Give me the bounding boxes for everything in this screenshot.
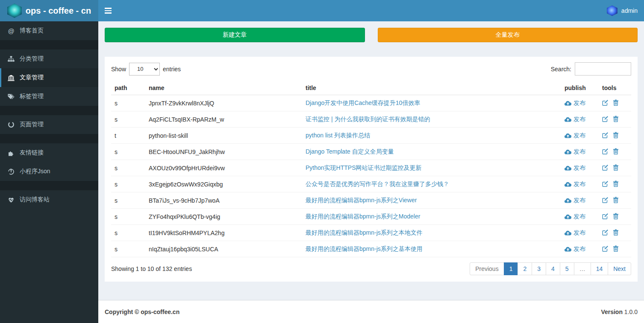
pagination-page-2[interactable]: 2 [518, 262, 532, 275]
publish-link[interactable]: 发布 [565, 116, 585, 123]
pagination-previous[interactable]: Previous [470, 262, 504, 275]
pagination-page-1[interactable]: 1 [504, 262, 518, 275]
sidebar-item-page-management[interactable]: 页面管理 [0, 115, 98, 134]
publish-link[interactable]: 发布 [565, 164, 585, 172]
publish-cell: 发布 [561, 192, 599, 209]
cloud-upload-icon [565, 133, 571, 138]
user-avatar [607, 6, 618, 16]
main-area: 新建文章 全量发布 Show 10 entries Search: [98, 0, 644, 323]
edit-button[interactable] [602, 180, 609, 187]
path-cell: s [111, 144, 145, 160]
publish-all-button[interactable]: 全量发布 [378, 28, 638, 42]
edit-button[interactable] [602, 116, 609, 122]
delete-button[interactable] [613, 180, 619, 187]
edit-button[interactable] [602, 164, 609, 171]
cloud-upload-icon [565, 149, 571, 154]
table-row: s BEC-HtooUNFU9_JakRhjhw Django Template… [111, 144, 631, 160]
edit-button[interactable] [602, 245, 609, 252]
article-title-link[interactable]: Python实现HTTPS网站证书过期监控及更新 [306, 164, 421, 171]
sidebar-item-article-management[interactable]: 文章管理 [0, 68, 98, 87]
search-input[interactable] [575, 62, 631, 76]
trash-icon [613, 116, 619, 122]
article-title-link[interactable]: 最好用的流程编辑器bpmn-js系列之Viewer [306, 197, 417, 204]
pagination-page-14[interactable]: 14 [591, 262, 609, 275]
delete-button[interactable] [613, 164, 619, 171]
delete-button[interactable] [613, 197, 619, 203]
article-title-link[interactable]: 证书监控 | 为什么我获取到的证书有效期是错的 [306, 116, 430, 122]
name-cell: Aq2FiCLTsqIBX-RpARzM_w [145, 111, 302, 128]
cloud-upload-icon [565, 166, 571, 171]
sidebar-item-blog-home[interactable]: @ 博客首页 [0, 21, 98, 40]
sidebar-item-friend-links[interactable]: 友情链接 [0, 143, 98, 162]
cloud-upload-icon [565, 117, 571, 122]
delete-button[interactable] [613, 245, 619, 252]
new-article-button[interactable]: 新建文章 [105, 28, 365, 42]
table-row: s 3xEgejp6zOswWx92Giqxbg 公众号是否是优秀的写作平台？我… [111, 176, 631, 192]
edit-button[interactable] [602, 99, 609, 106]
top-header: ops - coffee - cn admin [0, 0, 644, 21]
title-cell: Django开发中使用Cache缓存提升10倍效率 [302, 95, 561, 111]
publish-cell: 发布 [561, 128, 599, 144]
edit-button[interactable] [602, 213, 609, 219]
edit-button[interactable] [602, 132, 609, 138]
article-title-link[interactable]: Django开发中使用Cache缓存提升10倍效率 [306, 99, 420, 106]
publish-link[interactable]: 发布 [565, 132, 585, 140]
column-header-name[interactable]: name [145, 81, 302, 95]
title-cell: 证书监控 | 为什么我获取到的证书有效期是错的 [302, 111, 561, 128]
cloud-upload-icon [565, 182, 571, 187]
article-title-link[interactable]: 最好用的流程编辑器bpmn-js系列之本地文件 [306, 229, 423, 236]
publish-link[interactable]: 发布 [565, 213, 585, 221]
pagination-page-3[interactable]: 3 [532, 262, 546, 275]
delete-button[interactable] [613, 116, 619, 122]
brand-logo[interactable]: ops - coffee - cn [0, 0, 98, 21]
edit-icon [602, 148, 609, 154]
navbar: admin [98, 0, 644, 21]
content: 新建文章 全量发布 Show 10 entries Search: [98, 21, 644, 300]
publish-cell: 发布 [561, 160, 599, 176]
delete-button[interactable] [613, 99, 619, 106]
pagination-page-4[interactable]: 4 [546, 262, 560, 275]
column-header-title[interactable]: title [302, 81, 561, 95]
sidebar-item-miniprogram-json[interactable]: 小程序Json [0, 162, 98, 181]
column-header-path[interactable]: path [111, 81, 145, 95]
column-header-publish[interactable]: publish [561, 81, 599, 95]
edit-button[interactable] [602, 148, 609, 154]
column-header-tools[interactable]: tools [599, 81, 631, 95]
pagination-page-5[interactable]: 5 [560, 262, 574, 275]
user-menu[interactable]: admin [600, 0, 644, 21]
tools-cell [599, 95, 631, 111]
pagination-next[interactable]: Next [608, 262, 631, 275]
delete-button[interactable] [613, 229, 619, 236]
heartbeat-icon [7, 197, 15, 203]
edit-icon [602, 180, 609, 187]
edit-button[interactable] [602, 229, 609, 236]
publish-link[interactable]: 发布 [565, 197, 585, 204]
publish-link[interactable]: 发布 [565, 229, 585, 237]
delete-button[interactable] [613, 213, 619, 219]
edit-button[interactable] [602, 197, 609, 203]
publish-link[interactable]: 发布 [565, 245, 585, 253]
article-title-link[interactable]: Django Template 自定义全局变量 [306, 148, 394, 155]
sidebar-item-visit-blog[interactable]: 访问博客站 [0, 190, 98, 209]
delete-button[interactable] [613, 148, 619, 154]
tools-cell [599, 209, 631, 225]
table-header-row: path name title publish tools [111, 81, 631, 95]
publish-cell: 发布 [561, 225, 599, 241]
publish-link[interactable]: 发布 [565, 180, 585, 188]
article-title-link[interactable]: 最好用的流程编辑器bpmn-js系列之基本使用 [306, 245, 423, 252]
publish-link[interactable]: 发布 [565, 148, 585, 156]
page-length-select[interactable]: 10 [129, 63, 160, 76]
sidebar: @ 博客首页 分类管理 文章管理 标签管理 页面管理 友情链接 [0, 21, 98, 323]
article-title-link[interactable]: python list 列表操作总结 [306, 132, 370, 139]
article-title-link[interactable]: 最好用的流程编辑器bpmn-js系列之Modeler [306, 213, 420, 220]
title-cell: 最好用的流程编辑器bpmn-js系列之本地文件 [302, 225, 561, 241]
sidebar-item-category-management[interactable]: 分类管理 [0, 49, 98, 68]
page-length-control: Show 10 entries [111, 63, 181, 76]
delete-button[interactable] [613, 132, 619, 138]
menu-toggle-button[interactable] [98, 0, 118, 21]
user-name: admin [621, 7, 638, 14]
sidebar-item-tag-management[interactable]: 标签管理 [0, 87, 98, 106]
sidebar-divider [0, 181, 98, 190]
publish-link[interactable]: 发布 [565, 99, 585, 107]
article-title-link[interactable]: 公众号是否是优秀的写作平台？我在这里赚了多少钱？ [306, 180, 449, 187]
